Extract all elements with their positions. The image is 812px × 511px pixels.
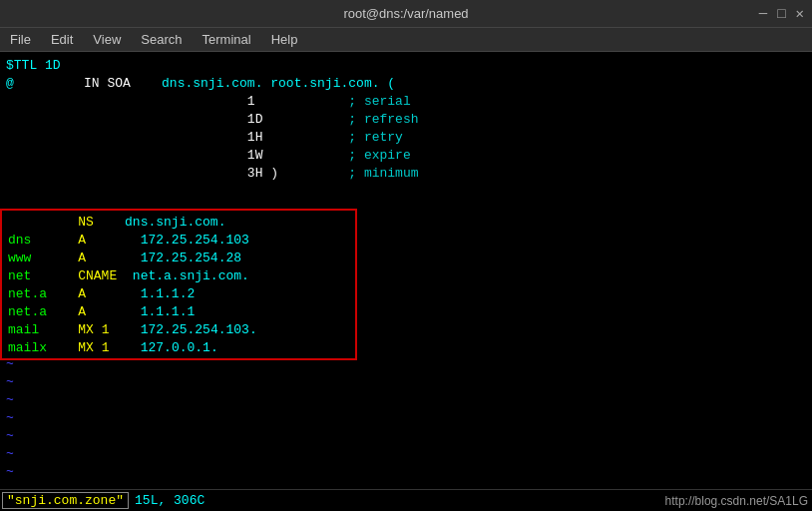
- close-button[interactable]: ✕: [796, 5, 804, 22]
- mail-type: MX 1: [78, 322, 109, 337]
- www-name: www: [8, 251, 31, 265]
- refresh-indent: [6, 112, 247, 127]
- neta-a-spaces2: [86, 304, 141, 319]
- net-spaces: [31, 268, 78, 283]
- tilde-4: ~: [6, 408, 14, 426]
- serial-indent: [6, 94, 247, 109]
- dns-a-spaces: [86, 233, 141, 248]
- mailx-value: 127.0.0.1.: [141, 340, 218, 355]
- www-value: 172.25.254.28: [141, 251, 241, 265]
- mail-value: 172.25.254.103.: [141, 322, 257, 337]
- mail-spaces: [39, 322, 78, 337]
- menu-search[interactable]: Search: [137, 30, 186, 49]
- neta-name1: net.a: [8, 286, 47, 301]
- neta-a-record1: net.a A 1.1.1.2: [2, 284, 355, 302]
- neta-a-record2: net.a A 1.1.1.1: [2, 302, 355, 320]
- retry-spaces: [262, 130, 348, 145]
- retry-line: 1H ; retry: [6, 128, 806, 146]
- ns-type: NS: [78, 215, 94, 230]
- neta-type2: A: [78, 304, 86, 319]
- menu-edit[interactable]: Edit: [47, 30, 77, 49]
- tilde-2: ~: [6, 372, 14, 390]
- refresh-label: ; refresh: [348, 112, 418, 127]
- title-bar: root@dns:/var/named ─ □ ✕: [0, 0, 812, 28]
- ns-value: dns.snji.com.: [125, 215, 225, 230]
- neta-type1: A: [78, 286, 86, 301]
- ttl-text: $TTL 1D: [6, 58, 61, 73]
- www-type: A: [78, 251, 86, 265]
- refresh-val: 1D: [247, 112, 263, 127]
- mailx-type: MX 1: [78, 340, 109, 355]
- mail-name: mail: [8, 322, 39, 337]
- dns-value: 172.25.254.103: [141, 233, 249, 248]
- neta-value2: 1.1.1.1: [141, 304, 196, 319]
- minimum-line: 3H ) ; minimum: [6, 164, 806, 182]
- dns-type: A: [78, 233, 86, 248]
- tilde-6: ~: [6, 444, 14, 462]
- neta-spaces1: [47, 286, 78, 301]
- neta-value1: 1.1.1.2: [141, 286, 196, 301]
- terminal: $TTL 1D @ IN SOA dns.snji.com. root.snji…: [0, 52, 812, 511]
- net-name: net: [8, 268, 31, 283]
- dns-name: dns: [8, 233, 31, 248]
- minimum-indent: [6, 166, 247, 181]
- dns-records-box: NS dns.snji.com. dns A 172.25.254.103 ww…: [0, 209, 357, 360]
- status-bar: "snji.com.zone" 15L, 306C http://blog.cs…: [0, 489, 812, 511]
- net-value: net.a.snji.com.: [133, 268, 249, 283]
- ns-space: [94, 215, 125, 230]
- menu-help[interactable]: Help: [267, 30, 302, 49]
- neta-name2: net.a: [8, 304, 47, 319]
- ns-name: [8, 215, 78, 230]
- mailx-mx-spaces: [109, 340, 140, 355]
- window-title: root@dns:/var/named: [343, 6, 468, 21]
- expire-label: ; expire: [348, 148, 410, 163]
- ns-record: NS dns.snji.com.: [2, 213, 355, 231]
- expire-indent: [6, 148, 247, 163]
- tilde-1: ~: [6, 354, 14, 372]
- soa-server: dns.snji.com. root.snji.com. (: [162, 76, 395, 91]
- serial-line: 1 ; serial: [6, 92, 806, 110]
- www-spaces: [31, 251, 78, 265]
- minimize-button[interactable]: ─: [759, 6, 767, 22]
- net-cname-spaces: [117, 268, 133, 283]
- neta-spaces2: [47, 304, 78, 319]
- neta-a-spaces1: [86, 286, 141, 301]
- www-a-record: www A 172.25.254.28: [2, 249, 355, 266]
- mail-mx-record: mail MX 1 172.25.254.103.: [2, 320, 355, 338]
- menu-view[interactable]: View: [89, 30, 125, 49]
- www-a-spaces: [86, 251, 141, 265]
- menu-bar: File Edit View Search Terminal Help: [0, 28, 812, 52]
- minimum-spaces: [278, 166, 348, 181]
- soa-line: @ IN SOA dns.snji.com. root.snji.com. (: [6, 74, 806, 92]
- file-info-label: 15L, 306C: [135, 493, 204, 508]
- tilde-5: ~: [6, 426, 14, 444]
- serial-label: ; serial: [348, 94, 410, 109]
- tilde-7: ~: [6, 462, 14, 480]
- expire-line: 1W ; expire: [6, 146, 806, 164]
- soa-text: IN SOA: [14, 76, 162, 91]
- window-controls[interactable]: ─ □ ✕: [759, 5, 804, 22]
- retry-indent: [6, 130, 247, 145]
- right-info-label: http://blog.csdn.net/SA1LG: [665, 494, 812, 508]
- at-sign: @: [6, 76, 14, 91]
- net-cname-record: net CNAME net.a.snji.com.: [2, 266, 355, 284]
- mailx-spaces: [47, 340, 78, 355]
- mailx-mx-record: mailx MX 1 127.0.0.1.: [2, 338, 355, 356]
- mailx-name: mailx: [8, 340, 47, 355]
- expire-spaces: [262, 148, 348, 163]
- menu-file[interactable]: File: [6, 30, 35, 49]
- filename-label: "snji.com.zone": [2, 492, 129, 509]
- minimum-val: 3H ): [247, 166, 278, 181]
- refresh-spaces: [262, 112, 348, 127]
- dns-a-record: dns A 172.25.254.103: [2, 231, 355, 249]
- maximize-button[interactable]: □: [777, 6, 785, 22]
- ttl-line: $TTL 1D: [6, 56, 806, 74]
- mail-mx-spaces: [109, 322, 140, 337]
- tilde-3: ~: [6, 390, 14, 408]
- menu-terminal[interactable]: Terminal: [199, 30, 255, 49]
- dns-spaces: [31, 233, 78, 248]
- expire-val: 1W: [247, 148, 263, 163]
- tilde-area: ~ ~ ~ ~ ~ ~ ~: [6, 354, 14, 480]
- refresh-line: 1D ; refresh: [6, 110, 806, 128]
- retry-label: ; retry: [348, 130, 403, 145]
